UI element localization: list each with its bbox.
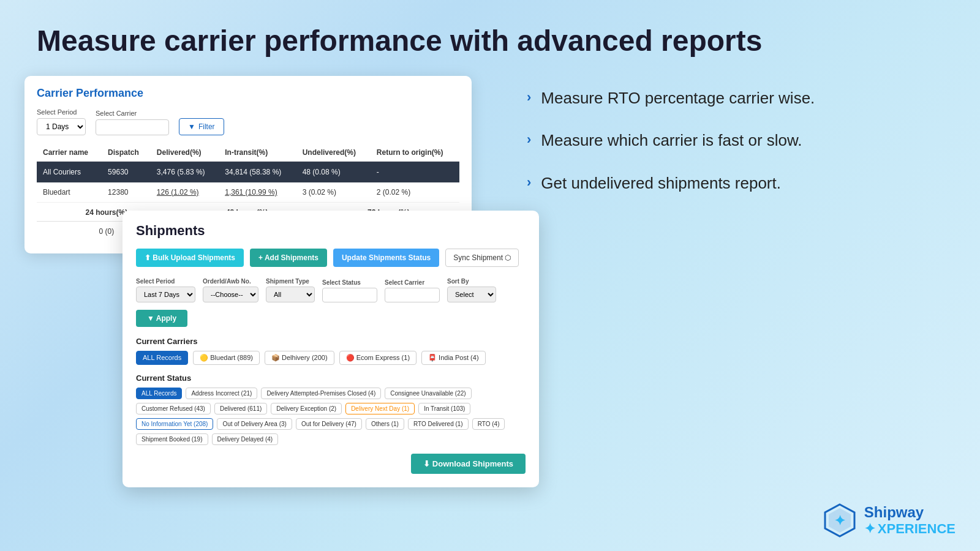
status-rto-delivered[interactable]: RTO Delivered (1) [408,418,469,430]
bluedart-row: Bluedart 12380 126 (1.02 %) 1,361 (10.99… [37,182,459,203]
all-couriers-row: All Couriers 59630 3,476 (5.83 %) 34,814… [37,161,459,182]
screenshots-panel: Carrier Performance Select Period 1 Days… [24,76,502,474]
all-couriers-name: All Couriers [37,161,102,182]
logo-shipway-text: Shipway [864,504,956,521]
status-no-info[interactable]: No Information Yet (208) [136,418,213,430]
features-panel: › Measure RTO percentage carrier wise. ›… [527,76,956,216]
col-undelivered: Undelivered(%) [296,144,371,162]
filter-order-label: OrderId/Awb No. [203,278,258,285]
status-customer-refused[interactable]: Customer Refused (43) [136,403,211,414]
status-delivery-exception[interactable]: Delivery Exception (2) [271,403,342,414]
carriers-row: ALL Records 🟡 Bluedart (889) 📦 Delhivery… [136,351,526,365]
feature-text-3: Get undelivered shipments report. [541,173,781,194]
svg-text:✦: ✦ [834,513,845,528]
main-heading: Measure carrier performance with advance… [0,0,980,76]
filter-status-label: Select Status [322,279,377,286]
status-in-transit[interactable]: In Transit (103) [418,403,470,414]
status-delivery-delayed[interactable]: Delivery Delayed (4) [212,433,279,445]
carrier-ecom[interactable]: 🔴 Ecom Express (1) [339,351,417,365]
col-in-transit: In-transit(%) [219,144,296,162]
feature-item-2: › Measure which carrier is fast or slow. [527,130,956,151]
bluedart-transit[interactable]: 1,361 (10.99 %) [219,182,296,203]
status-delivered[interactable]: Delivered (611) [214,403,267,414]
status-delivery-attempted[interactable]: Delivery Attempted-Premises Closed (4) [261,388,381,399]
status-others[interactable]: Others (1) [366,418,404,430]
filter-sortby-label: Sort By [447,278,496,285]
shipments-card: Shipments ⬆ Bulk Upload Shipments + Add … [123,211,539,487]
all-couriers-rto: - [371,161,459,182]
logo-xperience-text: ✦ XPERIENCE [864,521,956,537]
filter-carrier-input[interactable] [385,288,440,302]
shipments-title: Shipments [136,223,526,239]
filter-period-label: Select Period [136,278,195,285]
status-delivery-next-day[interactable]: Delivery Next Day (1) [345,403,415,414]
filters-row: Select Period Last 7 Days OrderId/Awb No… [136,278,526,327]
col-dispatch: Dispatch [102,144,151,162]
col-carrier-name: Carrier name [37,144,102,162]
period-select[interactable]: 1 Days [37,118,86,135]
logo-area: ✦ Shipway ✦ XPERIENCE [821,502,956,539]
status-out-delivery-area[interactable]: Out of Delivery Area (3) [217,418,292,430]
download-shipments-button[interactable]: ⬇ Download Shipments [411,454,526,474]
col-delivered: Delivered(%) [151,144,219,162]
filter-apply-icon: ▼ [147,314,154,323]
feature-text-1: Measure RTO percentage carrier wise. [541,88,815,109]
add-shipments-button[interactable]: + Add Shipments [250,249,327,267]
status-all[interactable]: ALL Records [136,388,182,399]
all-couriers-dispatch: 59630 [102,161,151,182]
sync-shipment-button[interactable]: Sync Shipment ⬡ [445,249,519,267]
carrier-performance-title: Carrier Performance [37,87,459,100]
all-couriers-transit: 34,814 (58.38 %) [219,161,296,182]
chevron-icon-2: › [527,132,531,148]
chevron-icon-3: › [527,174,531,190]
all-couriers-undelivered: 48 (0.08 %) [296,161,371,182]
action-buttons-row: ⬆ Bulk Upload Shipments + Add Shipments … [136,249,526,267]
bulk-upload-button[interactable]: ⬆ Bulk Upload Shipments [136,249,244,267]
xperience-x-icon: ✦ [864,521,875,537]
logo-text: Shipway ✦ XPERIENCE [864,504,956,537]
carrier-all[interactable]: ALL Records [136,351,188,365]
filter-type-label: Shipment Type [266,278,315,285]
feature-item-3: › Get undelivered shipments report. [527,173,956,194]
feature-text-2: Measure which carrier is fast or slow. [541,130,802,151]
status-tags-row: ALL Records Address Incorrect (21) Deliv… [136,388,526,445]
carrier-bluedart[interactable]: 🟡 Bluedart (889) [193,351,260,365]
status-shipment-booked[interactable]: Shipment Booked (19) [136,433,208,445]
filter-button[interactable]: ▼ Filter [179,118,224,135]
filter-btn-label: Filter [198,122,215,131]
status-address-incorrect[interactable]: Address Incorrect (21) [186,388,257,399]
bluedart-name: Bluedart [37,182,102,203]
filter-sortby-select[interactable]: Select [447,287,496,302]
filter-status-input[interactable] [322,288,377,302]
status-consignee[interactable]: Consignee Unavailable (22) [385,388,471,399]
col-rto: Return to origin(%) [371,144,459,162]
filter-carrier-label: Select Carrier [385,279,440,286]
all-couriers-delivered: 3,476 (5.83 %) [151,161,219,182]
status-rto[interactable]: RTO (4) [472,418,505,430]
current-status-label: Current Status [136,373,526,383]
carrier-label: Select Carrier [96,110,169,117]
bluedart-undelivered: 3 (0.02 %) [296,182,371,203]
apply-button[interactable]: ▼ Apply [136,310,187,327]
filter-order-select[interactable]: --Choose-- [203,287,258,302]
carrier-input[interactable] [96,119,169,135]
filter-type-select[interactable]: All [266,287,315,302]
carrier-delhivery[interactable]: 📦 Delhivery (200) [265,351,334,365]
carrier-india-post[interactable]: 📮 India Post (4) [421,351,485,365]
filter-icon: ▼ [188,122,195,131]
chevron-icon-1: › [527,89,531,105]
filter-period-select[interactable]: Last 7 Days [136,287,195,302]
shipway-logo-icon: ✦ [821,502,858,539]
update-status-button[interactable]: Update Shipments Status [333,249,439,267]
status-out-for-delivery[interactable]: Out for Delivery (47) [296,418,362,430]
bluedart-dispatch: 12380 [102,182,151,203]
period-label: Select Period [37,108,86,116]
bluedart-rto: 2 (0.02 %) [371,182,459,203]
bluedart-delivered[interactable]: 126 (1.02 %) [151,182,219,203]
current-carriers-label: Current Carriers [136,337,526,346]
feature-item-1: › Measure RTO percentage carrier wise. [527,88,956,109]
